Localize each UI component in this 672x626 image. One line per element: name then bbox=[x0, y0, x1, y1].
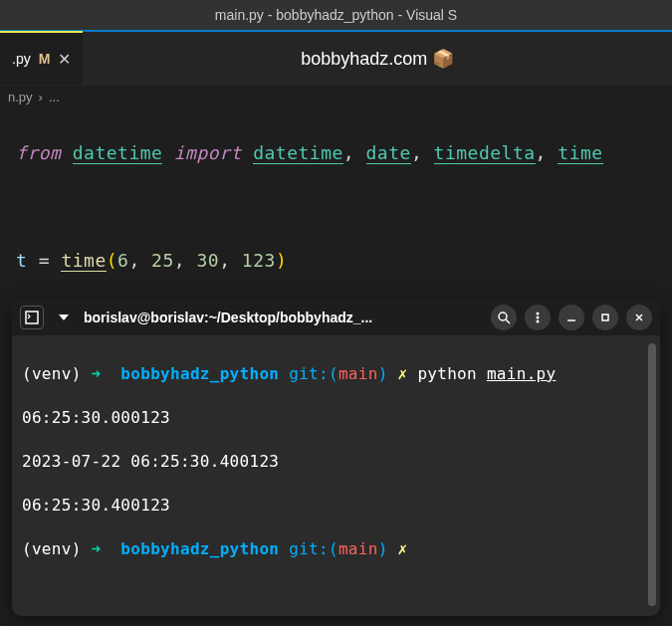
terminal-window: borislav@borislav:~/Desktop/bobbyhadz_..… bbox=[12, 300, 660, 616]
search-button[interactable] bbox=[491, 305, 517, 330]
svg-rect-0 bbox=[26, 312, 38, 323]
code-line: from datetime import datetime, date, tim… bbox=[16, 139, 656, 166]
breadcrumb-more: ... bbox=[49, 90, 60, 104]
maximize-icon bbox=[599, 312, 611, 323]
svg-line-2 bbox=[506, 319, 510, 323]
minimize-button[interactable] bbox=[559, 305, 584, 330]
scrollbar[interactable] bbox=[648, 343, 656, 606]
code-line: t = time(6, 25, 30, 123) bbox=[16, 247, 656, 274]
terminal-line: (venv) ➜ bobbyhadz_python git:(main) ✗ bbox=[22, 538, 650, 560]
terminal-line: 06:25:30.400123 bbox=[22, 495, 650, 517]
dropdown-button[interactable] bbox=[52, 306, 76, 329]
close-icon bbox=[633, 312, 645, 323]
svg-rect-7 bbox=[602, 314, 608, 320]
terminal-title: borislav@borislav:~/Desktop/bobbyhadz_..… bbox=[84, 310, 483, 325]
tab-modified-indicator: M bbox=[39, 51, 51, 67]
search-icon bbox=[497, 311, 511, 324]
tabs-bar: .py M ✕ bobbyhadz.com 📦 bbox=[0, 30, 672, 86]
terminal-line: (venv) ➜ bobbyhadz_python git:(main) ✗ p… bbox=[22, 363, 650, 385]
code-line bbox=[16, 193, 656, 220]
kebab-menu-icon bbox=[531, 311, 545, 324]
svg-point-3 bbox=[537, 313, 540, 315]
maximize-button[interactable] bbox=[592, 305, 618, 330]
breadcrumb[interactable]: n.py › ... bbox=[0, 86, 672, 108]
close-button[interactable] bbox=[626, 305, 652, 330]
new-tab-button[interactable] bbox=[20, 306, 44, 329]
terminal-header: borislav@borislav:~/Desktop/bobbyhadz_..… bbox=[12, 300, 660, 335]
minimize-icon bbox=[565, 312, 577, 323]
watermark-label: bobbyhadz.com 📦 bbox=[83, 48, 672, 70]
tab-filename: .py bbox=[12, 51, 31, 67]
svg-point-1 bbox=[499, 313, 507, 320]
breadcrumb-file: n.py bbox=[8, 90, 33, 104]
terminal-line: 2023-07-22 06:25:30.400123 bbox=[22, 451, 650, 473]
chevron-right-icon: › bbox=[39, 90, 43, 104]
chevron-down-icon bbox=[59, 314, 69, 320]
window-title: main.py - bobbyhadz_python - Visual S bbox=[215, 7, 457, 23]
menu-button[interactable] bbox=[525, 305, 551, 330]
terminal-body[interactable]: (venv) ➜ bobbyhadz_python git:(main) ✗ p… bbox=[12, 335, 660, 616]
close-icon[interactable]: ✕ bbox=[58, 50, 71, 69]
title-bar: main.py - bobbyhadz_python - Visual S bbox=[0, 0, 672, 30]
svg-point-4 bbox=[537, 316, 540, 319]
tab-main-py[interactable]: .py M ✕ bbox=[0, 31, 83, 85]
terminal-line: 06:25:30.000123 bbox=[22, 407, 650, 429]
svg-point-5 bbox=[537, 320, 540, 323]
terminal-icon bbox=[25, 311, 39, 324]
